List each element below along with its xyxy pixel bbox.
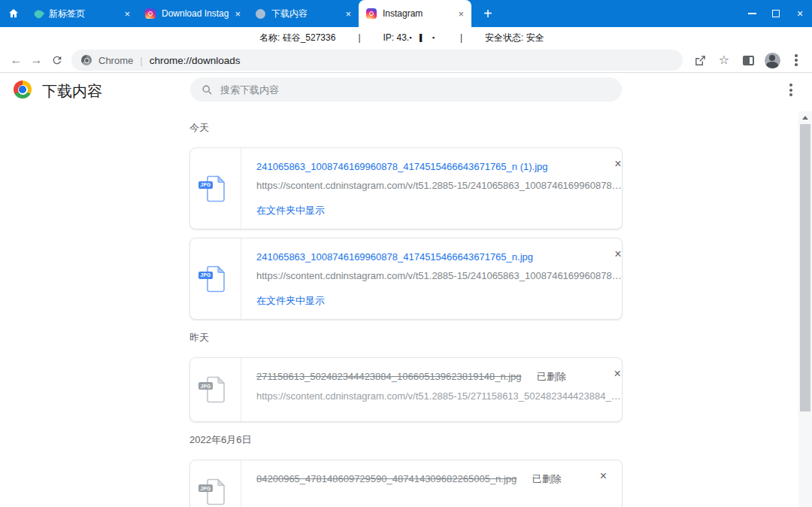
section-header: 今天 [189,121,623,135]
profile-avatar-button[interactable] [762,50,782,70]
arrow-up-icon [802,116,808,120]
forward-button[interactable]: → [26,50,47,71]
download-source-url: https://scontent.cdninstagram.com/v/t51.… [256,180,622,191]
file-icon-column: JPG [190,460,241,507]
back-icon: ← [11,53,23,67]
close-window-button[interactable]: × [788,0,812,27]
swoosh-favicon-icon [33,8,44,19]
maximize-button[interactable] [764,0,788,27]
address-bar: ← → Chrome | chrome://downloads ☆ [0,48,812,73]
deleted-filename: 271158613_502482344423884_10660513962381… [256,371,522,382]
download-source-url: https://scontent.cdninstagram.com/v/t51.… [256,390,621,402]
section-header: 2022年6月6日 [189,433,623,447]
remove-download-button[interactable]: × [614,368,620,380]
jpg-file-icon: JPG [205,266,227,293]
new-tab-button[interactable]: + [483,6,492,21]
remove-download-button[interactable]: × [614,158,621,170]
section-header: 昨天 [189,331,623,345]
scrollbar[interactable] [798,111,812,507]
tab-instagram-active[interactable]: Instagram × [359,0,471,27]
download-card-body: 241065863_1008746169960878_4174515466643… [241,238,637,319]
tab-new-tab-page[interactable]: 新标签页 × [27,0,138,27]
omnibox[interactable]: Chrome | chrome://downloads [71,50,683,71]
downloads-menu-button[interactable] [789,83,792,96]
omnibox-url: chrome://downloads [150,55,241,66]
ip-label: IP: 43.▪ ▌ ▪ [383,32,438,43]
search-input[interactable] [220,84,611,96]
page-title: 下载内容 [42,81,102,102]
downloads-section-yesterday: 昨天 JPG 271158613_502482344423884_1066051… [189,331,623,422]
home-icon [8,8,20,20]
gray-globe-favicon-icon [256,9,265,19]
tab-close-icon[interactable]: × [458,9,464,19]
kebab-menu-icon [795,54,798,66]
download-filename-link[interactable]: 241065863_1008746169960878_4174515466643… [256,161,548,172]
download-card: JPG 241065863_1008746169960878_417451546… [189,147,623,229]
share-button[interactable] [690,50,710,70]
toolbar-actions: ☆ [690,50,806,70]
download-card-body: 271158613_502482344423884_10660513962381… [241,358,636,421]
instagram-favicon-icon [145,8,156,19]
bookmark-button[interactable]: ☆ [714,50,734,70]
share-icon [694,54,707,67]
deleted-file-icon: JPG [205,478,227,505]
security-status-label: 安全状态: 安全 [485,32,544,44]
file-type-badge: JPG [198,484,214,492]
file-type-badge: JPG [198,382,214,390]
ip-prefix: IP: 43. [383,32,410,43]
download-card-body: 241065863_1008746169960878_4174515466643… [241,148,637,229]
reload-icon [51,54,63,66]
tab-close-icon[interactable]: × [235,9,241,19]
star-icon: ☆ [719,54,729,66]
download-source-url: https://scontent.cdninstagram.com/v/t51.… [256,270,622,281]
jpg-file-icon: JPG [205,175,227,202]
divider: | [140,55,142,66]
divider: | [460,32,462,43]
profile-info-bar: 名称: 硅谷_527336 | IP: 43.▪ ▌ ▪ | 安全状态: 安全 [0,27,812,48]
remove-download-button[interactable]: × [600,470,607,482]
minimize-button[interactable] [740,0,764,27]
download-card: JPG 241065863_1008746169960878_417451546… [189,238,623,320]
remove-download-button[interactable]: × [614,248,621,260]
file-type-badge: JPG [198,272,214,279]
downloads-section-today: 今天 JPG 241065863_1008746169960878_417451… [189,121,623,320]
close-icon: × [797,8,803,20]
tab-close-icon[interactable]: × [345,9,351,19]
tab-label: 新标签页 [49,8,118,20]
deleted-filename: 84200965_478148609729590_487414309682265… [256,473,517,484]
tab-download-instagr[interactable]: Download Instagr × [138,0,248,27]
scrollbar-thumb[interactable] [800,124,810,411]
ip-masked: ▪ ▌ ▪ [409,34,438,41]
downloads-search-box[interactable] [190,77,622,102]
file-icon-column: JPG [190,238,241,319]
show-in-folder-link[interactable]: 在文件夹中显示 [256,294,325,308]
chrome-logo-icon [14,80,32,99]
avatar-icon [765,53,780,68]
minimize-icon [748,13,756,14]
search-icon [201,84,213,96]
deleted-file-icon: JPG [205,376,227,403]
reload-button[interactable] [47,50,67,71]
tab-label: Download Instagr [162,8,229,19]
show-in-folder-link[interactable]: 在文件夹中显示 [256,204,325,217]
tab-label: 下载内容 [271,8,339,20]
back-button[interactable]: ← [6,50,26,71]
downloads-section-2022-06-06: 2022年6月6日 JPG 84200965_478148609729590_4… [189,433,623,507]
maximize-icon [772,10,780,17]
download-card-deleted: JPG 84200965_478148609729590_48741430968… [189,460,623,507]
scrollbar-up-button[interactable] [798,111,812,124]
file-icon-column: JPG [190,358,241,421]
window-controls: × [740,0,812,27]
file-icon-column: JPG [190,148,241,229]
tab-label: Instagram [383,8,452,19]
tab-downloads[interactable]: 下载内容 × [248,0,359,27]
browser-menu-button[interactable] [786,50,806,70]
side-panel-button[interactable] [738,50,758,70]
download-card-deleted: JPG 271158613_502482344423884_1066051396… [189,357,623,422]
home-button[interactable] [0,0,27,27]
profile-name-label: 名称: 硅谷_527336 [259,32,335,44]
tab-close-icon[interactable]: × [124,9,130,19]
instagram-favicon-icon [366,8,377,19]
omnibox-site-label: Chrome [98,55,133,66]
download-filename-link[interactable]: 241065863_1008746169960878_4174515466643… [256,251,533,263]
